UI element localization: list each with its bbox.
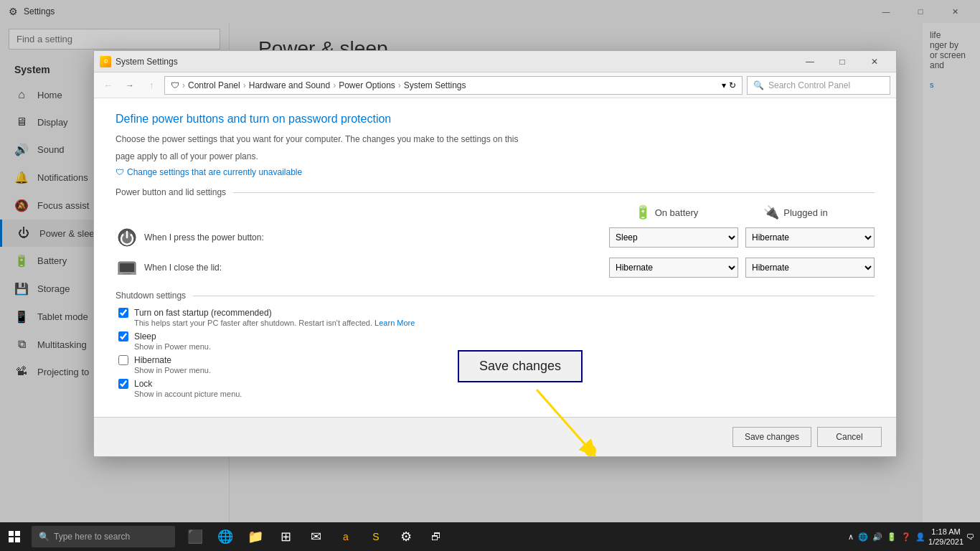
on-battery-label: On battery bbox=[655, 207, 699, 218]
mail-button[interactable]: ✉ bbox=[301, 522, 330, 551]
close-lid-plugged-in-dropdown-cell: Hibernate Sleep Shut down Turn off the d… bbox=[745, 258, 875, 278]
settings-taskbar-button[interactable]: ⚙ bbox=[392, 522, 420, 551]
power-table-header: 🔋 On battery 🔌 Plugged in bbox=[116, 204, 875, 220]
outlook-button[interactable]: 🗗 bbox=[422, 522, 451, 551]
change-settings-label: Change settings that are currently unava… bbox=[127, 167, 302, 177]
clock[interactable]: 1:18 AM 1/29/2021 bbox=[928, 527, 963, 547]
modal-title-text: System Settings bbox=[116, 57, 794, 67]
system-settings-modal: ⚙ System Settings — □ ✕ ← → ↑ 🛡 › Contro… bbox=[93, 50, 897, 457]
lock-sub: Show in account picture menu. bbox=[134, 390, 875, 398]
back-button[interactable]: ← bbox=[100, 77, 117, 94]
breadcrumb-bar[interactable]: 🛡 › Control Panel › Hardware and Sound ›… bbox=[164, 76, 743, 95]
sleep-sub: Show in Power menu. bbox=[134, 342, 875, 351]
lock-checkbox[interactable] bbox=[118, 379, 128, 389]
change-settings-link[interactable]: 🛡 Change settings that are currently una… bbox=[116, 167, 875, 177]
shutdown-section-label: Shutdown settings bbox=[116, 291, 875, 301]
svg-rect-0 bbox=[9, 531, 14, 536]
sleep-checkbox[interactable] bbox=[118, 331, 128, 342]
breadcrumb-power-options[interactable]: Power Options bbox=[339, 80, 395, 90]
taskbar-search[interactable]: 🔍 Type here to search bbox=[32, 526, 175, 547]
lock-label: Lock bbox=[134, 379, 152, 389]
hibernate-sub: Show in Power menu. bbox=[134, 366, 875, 375]
hibernate-label: Hibernate bbox=[134, 355, 171, 365]
sleep-row: Sleep Show in Power menu. bbox=[116, 331, 875, 351]
close-lid-row: When I close the lid: Hibernate Sleep Sh… bbox=[116, 256, 875, 279]
power-button-row-label: When I press the power button: bbox=[144, 232, 602, 242]
tray-people-icon[interactable]: 👤 bbox=[915, 532, 925, 542]
lock-row: Lock Show in account picture menu. bbox=[116, 379, 875, 398]
forward-button[interactable]: → bbox=[121, 77, 138, 94]
plugged-in-header: 🔌 Plugged in bbox=[731, 204, 860, 220]
address-bar: ← → ↑ 🛡 › Control Panel › Hardware and S… bbox=[94, 72, 896, 98]
svg-rect-1 bbox=[15, 531, 20, 536]
search-icon: 🔍 bbox=[753, 80, 764, 90]
breadcrumb-control-panel[interactable]: Control Panel bbox=[188, 80, 240, 90]
taskbar-icons: ⬛ 🌐 📁 ⊞ ✉ a S ⚙ 🗗 bbox=[181, 522, 451, 551]
modal-footer: Save changes Cancel bbox=[94, 417, 896, 456]
modal-minimize-button[interactable]: — bbox=[794, 52, 826, 72]
fast-startup-sub: This helps start your PC faster after sh… bbox=[134, 319, 875, 327]
close-lid-row-icon bbox=[116, 256, 138, 279]
power-button-plugged-in-dropdown-cell: Hibernate Sleep Shut down Turn off the d… bbox=[745, 227, 875, 248]
taskbar-right: ∧ 🌐 🔊 🔋 ❓ 👤 1:18 AM 1/29/2021 🗨 bbox=[848, 527, 980, 547]
system-tray: ∧ 🌐 🔊 🔋 ❓ 👤 bbox=[848, 532, 925, 542]
power-button-plugged-in-dropdown[interactable]: Hibernate Sleep Shut down Turn off the d… bbox=[745, 227, 875, 248]
modal-overlay: ⚙ System Settings — □ ✕ ← → ↑ 🛡 › Contro… bbox=[0, 0, 980, 551]
svg-rect-2 bbox=[9, 537, 14, 542]
battery-col-icon: 🔋 bbox=[635, 204, 651, 220]
task-view-button[interactable]: ⬛ bbox=[181, 522, 209, 551]
breadcrumb-system-settings[interactable]: System Settings bbox=[404, 80, 466, 90]
close-lid-on-battery-dropdown-cell: Hibernate Sleep Shut down Turn off the d… bbox=[609, 258, 738, 278]
up-button[interactable]: ↑ bbox=[143, 77, 160, 94]
on-battery-header: 🔋 On battery bbox=[602, 204, 731, 220]
modal-desc-1: Choose the power settings that you want … bbox=[116, 133, 875, 146]
breadcrumb-hardware-sound[interactable]: Hardware and Sound bbox=[249, 80, 330, 90]
svg-rect-3 bbox=[15, 537, 20, 542]
modal-title-icon: ⚙ bbox=[100, 56, 111, 67]
taskbar: 🔍 Type here to search ⬛ 🌐 📁 ⊞ ✉ a S ⚙ 🗗 … bbox=[0, 522, 980, 551]
tray-network-icon[interactable]: 🌐 bbox=[858, 532, 868, 542]
hibernate-checkbox[interactable] bbox=[118, 355, 128, 365]
breadcrumb-shield-icon: 🛡 bbox=[171, 80, 179, 90]
refresh-button[interactable]: ↻ bbox=[729, 80, 736, 90]
app-s-button[interactable]: S bbox=[362, 522, 390, 551]
modal-close-button[interactable]: ✕ bbox=[859, 52, 890, 72]
sleep-label: Sleep bbox=[134, 331, 156, 342]
amazon-button[interactable]: a bbox=[331, 522, 360, 551]
close-lid-on-battery-dropdown[interactable]: Hibernate Sleep Shut down Turn off the d… bbox=[609, 258, 738, 278]
breadcrumb-dropdown-button[interactable]: ▾ bbox=[722, 80, 726, 90]
edge-browser-button[interactable]: 🌐 bbox=[211, 522, 240, 551]
tray-chevron-icon[interactable]: ∧ bbox=[848, 532, 854, 542]
close-lid-plugged-in-dropdown[interactable]: Hibernate Sleep Shut down Turn off the d… bbox=[745, 258, 875, 278]
tray-help-icon[interactable]: ❓ bbox=[901, 532, 911, 542]
modal-maximize-button[interactable]: □ bbox=[826, 52, 858, 72]
power-button-on-battery-dropdown[interactable]: Sleep Hibernate Shut down Turn off the d… bbox=[609, 227, 738, 248]
shield-small-icon: 🛡 bbox=[116, 167, 124, 177]
search-placeholder-text: Search Control Panel bbox=[768, 80, 850, 90]
plugged-in-label: Plugged in bbox=[783, 207, 827, 218]
search-taskbar-icon: 🔍 bbox=[39, 532, 50, 542]
modal-titlebar: ⚙ System Settings — □ ✕ bbox=[94, 51, 896, 72]
modal-window-controls: — □ ✕ bbox=[794, 52, 890, 72]
modal-main-content: Define power buttons and turn on passwor… bbox=[94, 98, 896, 417]
power-button-on-battery-dropdown-cell: Sleep Hibernate Shut down Turn off the d… bbox=[609, 227, 738, 248]
cancel-button[interactable]: Cancel bbox=[817, 427, 882, 447]
hibernate-row: Hibernate Show in Power menu. bbox=[116, 355, 875, 375]
fast-startup-label: Turn on fast startup (recommended) bbox=[134, 308, 272, 318]
power-button-row-icon bbox=[116, 226, 138, 249]
notification-icon[interactable]: 🗨 bbox=[966, 532, 974, 541]
fast-startup-checkbox[interactable] bbox=[118, 308, 128, 318]
microsoft-store-button[interactable]: ⊞ bbox=[271, 522, 300, 551]
save-changes-footer-button[interactable]: Save changes bbox=[732, 427, 811, 447]
start-button[interactable] bbox=[0, 522, 29, 551]
search-control-panel[interactable]: 🔍 Search Control Panel bbox=[747, 76, 890, 95]
tray-volume-icon[interactable]: 🔊 bbox=[872, 532, 882, 542]
tray-battery-icon[interactable]: 🔋 bbox=[887, 532, 897, 542]
time: 1:18 AM bbox=[928, 527, 963, 537]
date: 1/29/2021 bbox=[928, 537, 963, 547]
file-explorer-button[interactable]: 📁 bbox=[241, 522, 270, 551]
close-lid-row-label: When I close the lid: bbox=[144, 263, 602, 273]
plug-col-icon: 🔌 bbox=[763, 204, 779, 220]
taskbar-search-label: Type here to search bbox=[54, 532, 130, 542]
learn-more-link[interactable]: Learn More bbox=[374, 319, 415, 327]
